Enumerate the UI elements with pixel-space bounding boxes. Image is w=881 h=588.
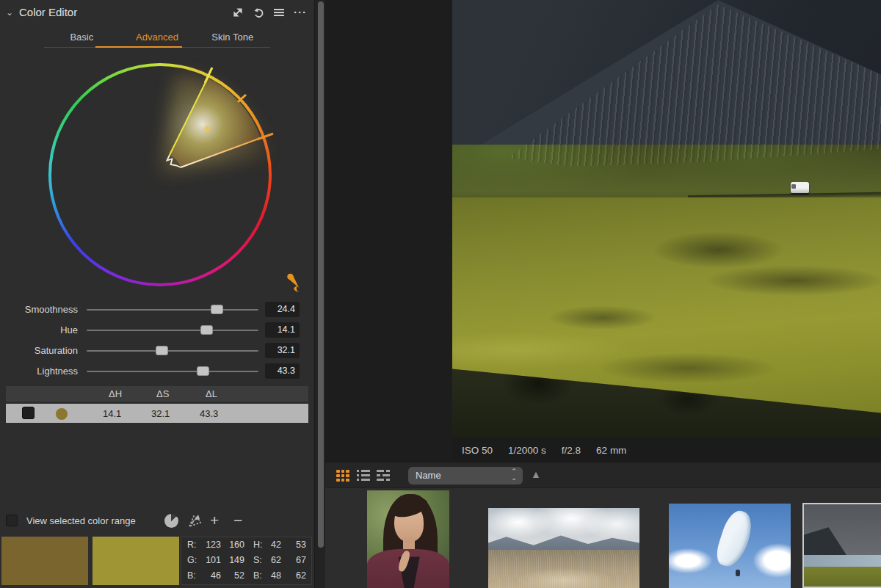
- remove-color-button[interactable]: −: [233, 512, 242, 529]
- slider-label: Saturation: [4, 345, 78, 356]
- sort-by-value: Name: [416, 470, 441, 481]
- exif-iso: ISO 50: [462, 445, 493, 456]
- color-range-pie-icon[interactable]: [164, 514, 178, 528]
- exif-focal-length: 62 mm: [596, 445, 626, 456]
- slider-label: Hue: [4, 324, 78, 335]
- reset-icon[interactable]: [253, 7, 264, 18]
- color-selection-table: ΔH ΔS ΔL ✓ 14.1 32.1 43.3: [6, 386, 308, 423]
- browser-toolbar: Name ⌃ ⌄ ▲: [325, 462, 881, 488]
- slider-smoothness: Smoothness 24.4: [0, 300, 314, 320]
- rgb-green-line: G:101149 S:6267: [181, 555, 311, 568]
- picked-color-after-swatch: [93, 537, 179, 585]
- grid-view-icon[interactable]: [336, 470, 349, 482]
- picked-color-before-swatch: [1, 537, 88, 585]
- main-image-iceland-landscape[interactable]: [452, 0, 881, 438]
- slider-saturation: Saturation 32.1: [0, 341, 314, 361]
- row-delta-s: 32.1: [151, 408, 170, 419]
- viewer-area: ISO 50 1/2000 s f/2.8 62 mm Name ⌃ ⌄ ▲: [325, 0, 881, 588]
- view-range-label: View selected color range: [26, 515, 136, 526]
- list-view-icon[interactable]: [357, 470, 370, 481]
- tab-advanced[interactable]: Advanced: [120, 28, 195, 48]
- slider-label: Lightness: [4, 366, 78, 377]
- row-color-swatch: [56, 408, 68, 420]
- color-values-box: R:123160 H:4253 G:101149 S:6267 B:4652 B…: [181, 537, 312, 585]
- view-range-row: View selected color range + −: [6, 513, 308, 531]
- expand-diagonal-icon[interactable]: [232, 7, 244, 18]
- color-wheel-selection[interactable]: [48, 63, 272, 286]
- panel-header: ⌄ Color Editor ···: [0, 0, 314, 25]
- camper-van: [791, 182, 809, 193]
- rgb-red-line: R:123160 H:4253: [181, 540, 311, 553]
- table-row[interactable]: ✓ 14.1 32.1 43.3: [6, 404, 308, 423]
- slider-value[interactable]: 14.1: [265, 322, 300, 338]
- panel-title: Color Editor: [19, 6, 77, 18]
- filmstrip: [325, 488, 881, 588]
- slider-hue: Hue 14.1: [0, 320, 314, 341]
- slider-label: Smoothness: [4, 304, 78, 315]
- slider-track[interactable]: [87, 350, 258, 352]
- slider-thumb[interactable]: [156, 346, 168, 355]
- thumbnail-iceland-selected[interactable]: [802, 503, 881, 588]
- slider-value[interactable]: 32.1: [265, 343, 300, 358]
- column-delta-s: ΔS: [156, 388, 169, 399]
- color-wheel[interactable]: [48, 63, 272, 286]
- color-picker-eyedropper-icon[interactable]: [283, 270, 305, 297]
- table-header: ΔH ΔS ΔL: [6, 386, 308, 402]
- sort-by-select[interactable]: Name ⌃ ⌄: [408, 467, 523, 484]
- view-range-checkbox[interactable]: [6, 515, 18, 526]
- compact-list-view-icon[interactable]: [377, 470, 390, 481]
- hamburger-menu-icon[interactable]: [273, 7, 285, 18]
- tab-bar: Basic Advanced Skin Tone: [44, 28, 270, 48]
- select-stepper-icon[interactable]: ⌃ ⌄: [508, 468, 520, 483]
- thumbnail-aerial-valley[interactable]: [488, 508, 639, 588]
- thumbnail-portrait-woman[interactable]: [367, 490, 449, 588]
- column-delta-l: ΔL: [206, 388, 217, 399]
- collapse-chevron-icon[interactable]: ⌄: [6, 7, 13, 18]
- slider-group: Smoothness 24.4 Hue 14.1 Saturation 32.1…: [0, 300, 314, 382]
- panel-scrollbar[interactable]: [318, 1, 324, 548]
- row-checkbox[interactable]: ✓: [22, 407, 35, 419]
- row-delta-h: 14.1: [103, 408, 121, 419]
- tab-skin-tone[interactable]: Skin Tone: [195, 28, 270, 48]
- exif-shutter: 1/2000 s: [508, 445, 546, 456]
- color-editor-panel: ⌄ Color Editor ··· Basic Advanced Skin T…: [0, 0, 314, 588]
- add-color-button[interactable]: +: [210, 512, 219, 529]
- tab-basic[interactable]: Basic: [44, 28, 120, 48]
- more-options-icon[interactable]: ···: [294, 5, 307, 20]
- slider-track[interactable]: [87, 309, 258, 311]
- active-tab-indicator: [95, 46, 182, 48]
- slider-value[interactable]: 24.4: [265, 302, 300, 317]
- hue-center-tick: [238, 95, 246, 102]
- slider-thumb[interactable]: [211, 305, 223, 314]
- column-delta-h: ΔH: [109, 388, 122, 399]
- exif-aperture: f/2.8: [562, 445, 581, 456]
- slider-thumb[interactable]: [200, 325, 213, 335]
- pick-wedge-icon[interactable]: [186, 513, 204, 532]
- thumbnail-paraglider[interactable]: [669, 504, 791, 588]
- panel-divider: [314, 0, 325, 588]
- rgb-blue-line: B:4652 B:4862: [181, 570, 311, 584]
- slider-track[interactable]: [87, 330, 258, 331]
- slider-thumb[interactable]: [197, 366, 209, 376]
- slider-value[interactable]: 43.3: [265, 363, 300, 379]
- slider-lightness: Lightness 43.3: [0, 361, 314, 382]
- exif-bar: ISO 50 1/2000 s f/2.8 62 mm: [452, 438, 881, 462]
- sort-ascending-icon[interactable]: ▲: [531, 468, 541, 480]
- row-delta-l: 43.3: [200, 408, 218, 419]
- slider-track[interactable]: [87, 371, 258, 372]
- selected-color-dot[interactable]: [205, 126, 209, 131]
